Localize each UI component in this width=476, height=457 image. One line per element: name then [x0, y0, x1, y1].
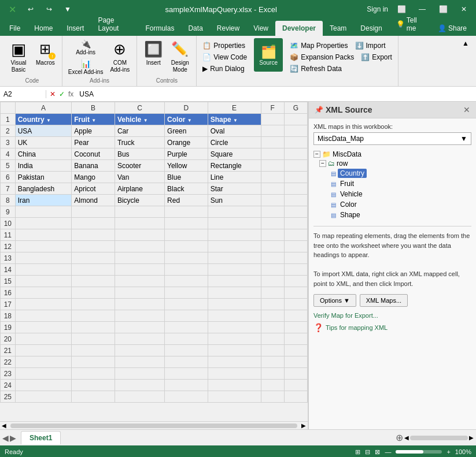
tab-share[interactable]: 👤 Share: [431, 21, 474, 36]
add-ins-btn[interactable]: 🔌 Add-ins: [66, 38, 106, 57]
col-header-e[interactable]: E: [208, 102, 261, 114]
confirm-formula-icon[interactable]: ✓: [59, 90, 65, 98]
cell-f6[interactable]: [261, 172, 284, 183]
tree-collapse-row-icon[interactable]: −: [319, 160, 326, 167]
cell-f8[interactable]: [261, 195, 284, 206]
verify-map-link[interactable]: Verify Map for Export...: [313, 311, 471, 319]
refresh-data-btn[interactable]: 🔄 Refresh Data: [287, 64, 394, 74]
h-scroll-left-icon[interactable]: ◀: [404, 434, 409, 441]
cancel-formula-icon[interactable]: ✕: [50, 90, 56, 98]
tab-insert[interactable]: Insert: [60, 21, 91, 36]
xml-panel-pin-icon[interactable]: 📌: [315, 106, 323, 114]
xml-maps-btn[interactable]: XML Maps...: [360, 294, 408, 307]
cell-g5[interactable]: [284, 160, 307, 172]
tree-node-fruit[interactable]: Fruit: [338, 179, 356, 188]
h-scroll-right-icon[interactable]: ▶: [469, 434, 474, 441]
cell-e4[interactable]: Square: [208, 148, 261, 160]
cell-b3[interactable]: Pear: [72, 137, 115, 148]
tree-item-country[interactable]: ▤ Country: [313, 168, 471, 179]
cell-f5[interactable]: [261, 160, 284, 172]
tree-item-shape[interactable]: ▤ Shape: [313, 210, 471, 220]
tree-item-vehicle[interactable]: ▤ Vehicle: [313, 189, 471, 199]
cell-a6[interactable]: Pakistan: [15, 172, 72, 183]
sheet-next-btn[interactable]: ▶: [10, 433, 16, 443]
tab-tell-me[interactable]: 💡 Tell me: [389, 13, 431, 36]
xml-map-dropdown[interactable]: MiscData_Map ▼: [313, 132, 471, 145]
cell-c1[interactable]: Vehicle ▼: [115, 114, 164, 125]
cell-c7[interactable]: Airplane: [115, 183, 164, 195]
page-break-icon[interactable]: ⊠: [375, 448, 380, 456]
excel-add-ins-btn[interactable]: 📊 Excel Add-ins: [66, 58, 106, 76]
view-code-btn[interactable]: 📄 View Code: [200, 52, 249, 62]
cell-d7[interactable]: Black: [165, 183, 208, 195]
com-add-ins-btn[interactable]: ⊕ COMAdd-ins: [106, 38, 133, 75]
cell-e2[interactable]: Oval: [208, 125, 261, 137]
tree-node-vehicle[interactable]: Vehicle: [338, 190, 365, 199]
cell-reference[interactable]: A2: [0, 90, 46, 98]
cell-b7[interactable]: Apricot: [72, 183, 115, 195]
tree-collapse-root-icon[interactable]: −: [313, 151, 320, 158]
tree-item-fruit[interactable]: ▤ Fruit: [313, 179, 471, 189]
cell-d4[interactable]: Purple: [165, 148, 208, 160]
cell-d1[interactable]: Color ▼: [165, 114, 208, 125]
cell-f7[interactable]: [261, 183, 284, 195]
cell-g1[interactable]: [284, 114, 307, 125]
tips-link[interactable]: Tips for mapping XML: [326, 324, 388, 331]
tab-home[interactable]: Home: [27, 21, 60, 36]
tab-view[interactable]: View: [246, 21, 275, 36]
close-btn[interactable]: ✕: [456, 2, 471, 17]
row-num-5[interactable]: 5: [1, 160, 16, 172]
cell-g4[interactable]: [284, 148, 307, 160]
tree-row-label[interactable]: row: [337, 159, 348, 168]
page-layout-icon[interactable]: ⊟: [365, 448, 370, 456]
run-dialog-btn[interactable]: ▶ Run Dialog: [200, 64, 249, 74]
zoom-out-icon[interactable]: —: [385, 448, 391, 455]
cell-b1[interactable]: Fruit ▼: [72, 114, 115, 125]
cell-b6[interactable]: Mango: [72, 172, 115, 183]
cell-f3[interactable]: [261, 137, 284, 148]
col-header-c[interactable]: C: [115, 102, 164, 114]
cell-a8[interactable]: Iran: [15, 195, 72, 206]
cell-a1[interactable]: Country ▼: [15, 114, 72, 125]
customize-btn[interactable]: ▼: [60, 2, 75, 17]
cell-d5[interactable]: Yellow: [165, 160, 208, 172]
cell-g8[interactable]: [284, 195, 307, 206]
tab-data[interactable]: Data: [181, 21, 209, 36]
undo-btn[interactable]: ↩: [23, 2, 38, 17]
cell-g6[interactable]: [284, 172, 307, 183]
cell-a4[interactable]: China: [15, 148, 72, 160]
design-mode-btn[interactable]: ✏️ DesignMode: [167, 38, 193, 75]
row-num-7[interactable]: 7: [1, 183, 16, 195]
cell-c8[interactable]: Bicycle: [115, 195, 164, 206]
tab-file[interactable]: File: [2, 21, 27, 36]
app-icon[interactable]: ✕: [5, 2, 20, 17]
scroll-left-btn[interactable]: ◀: [0, 422, 8, 429]
cell-c3[interactable]: Truck: [115, 137, 164, 148]
cell-c5[interactable]: Scooter: [115, 160, 164, 172]
normal-view-icon[interactable]: ⊞: [355, 448, 360, 456]
cell-a5[interactable]: India: [15, 160, 72, 172]
cell-g2[interactable]: [284, 125, 307, 137]
scroll-right-btn[interactable]: ▶: [300, 422, 308, 429]
col-header-b[interactable]: B: [72, 102, 115, 114]
xml-panel-close-btn[interactable]: ✕: [463, 105, 470, 114]
tree-item-color[interactable]: ▤ Color: [313, 199, 471, 210]
col-header-a[interactable]: A: [15, 102, 72, 114]
zoom-in-icon[interactable]: +: [447, 448, 450, 455]
maximize-btn[interactable]: ⬜: [436, 2, 451, 17]
tab-page-layout[interactable]: Page Layout: [91, 13, 138, 36]
cell-d8[interactable]: Red: [165, 195, 208, 206]
insert-function-icon[interactable]: fx: [68, 90, 73, 98]
add-sheet-btn[interactable]: ⊕: [396, 432, 403, 443]
col-header-f[interactable]: F: [261, 102, 284, 114]
cell-c2[interactable]: Car: [115, 125, 164, 137]
macros-btn[interactable]: ⊞ ! Macros: [32, 38, 58, 68]
properties-btn[interactable]: 📋 Properties: [200, 40, 249, 51]
tab-formulas[interactable]: Formulas: [138, 21, 181, 36]
cell-d6[interactable]: Blue: [165, 172, 208, 183]
source-btn[interactable]: 🗂️ Source: [254, 38, 283, 72]
collapse-ribbon-btn[interactable]: ▲: [460, 38, 471, 49]
col-header-d[interactable]: D: [165, 102, 208, 114]
tree-node-shape[interactable]: Shape: [338, 210, 363, 220]
cell-g3[interactable]: [284, 137, 307, 148]
